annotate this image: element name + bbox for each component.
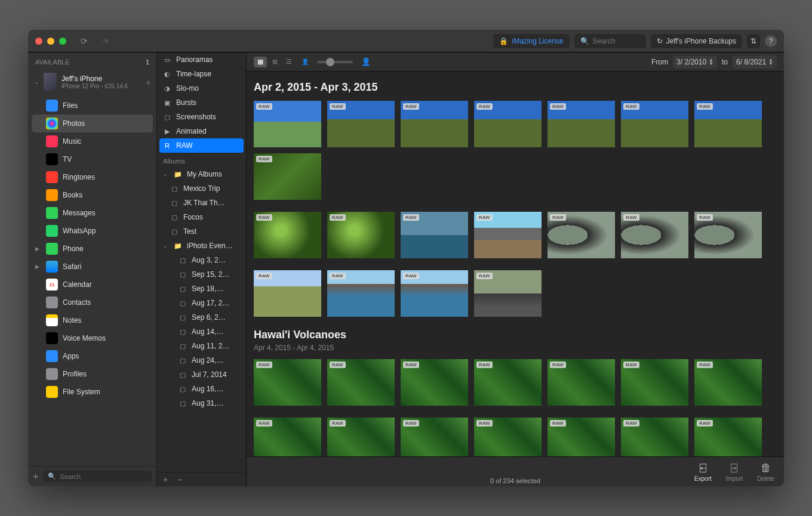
sidebar-item-whatsapp[interactable]: WhatsApp: [32, 222, 153, 240]
photo-thumb[interactable]: RAW: [694, 212, 762, 258]
photo-thumb[interactable]: RAW: [548, 418, 615, 456]
sidebar-item-photos[interactable]: Photos: [32, 115, 153, 132]
media-type-panoramas[interactable]: ▭Panoramas: [157, 52, 246, 67]
photo-thumb[interactable]: RAW: [694, 359, 762, 406]
photo-thumb[interactable]: RAW: [474, 359, 542, 406]
close-button[interactable]: [35, 38, 42, 45]
chevron-down-icon[interactable]: ⌄: [34, 79, 39, 85]
iphoto-events-folder[interactable]: ⌄📁iPhoto Even…: [157, 239, 246, 253]
sidebar-item-contacts[interactable]: Contacts: [32, 293, 153, 311]
remove-album-button[interactable]: −: [177, 475, 182, 484]
sidebar-item-safari[interactable]: ▶Safari: [32, 258, 153, 276]
media-type-animated[interactable]: ▶Animated: [157, 124, 246, 138]
sidebar-item-profiles[interactable]: Profiles: [32, 365, 153, 383]
media-type-bursts[interactable]: ▣Bursts: [157, 95, 246, 110]
event-item[interactable]: ▢Sep 6, 2…: [157, 310, 246, 325]
photo-thumb[interactable]: RAW: [621, 418, 688, 456]
photo-thumb[interactable]: RAW: [327, 418, 395, 456]
photo-thumb[interactable]: RAW: [327, 101, 395, 147]
sidebar-item-books[interactable]: Books: [32, 186, 153, 204]
photo-thumb[interactable]: RAW: [254, 212, 321, 258]
media-type-raw[interactable]: RRAW: [159, 138, 244, 153]
photo-thumb[interactable]: RAW: [401, 359, 468, 406]
license-button[interactable]: 🔒 iMazing License: [493, 34, 569, 48]
minimize-button[interactable]: [47, 38, 54, 45]
album-item[interactable]: ▢JK Thai Th…: [157, 196, 246, 210]
album-item[interactable]: ▢Focos: [157, 210, 246, 224]
sidebar-search-input[interactable]: [60, 473, 147, 480]
event-item[interactable]: ▢Jul 7, 2014: [157, 367, 246, 382]
backups-button[interactable]: ↻ Jeff's iPhone Backups: [651, 34, 742, 48]
stepper-icon[interactable]: ▲▼: [709, 58, 713, 66]
event-item[interactable]: ▢Aug 31,…: [157, 396, 246, 410]
my-albums-folder[interactable]: ⌄📁My Albums: [157, 167, 246, 181]
photo-thumb[interactable]: RAW: [548, 212, 615, 258]
event-item[interactable]: ▢Aug 16,…: [157, 382, 246, 396]
event-item[interactable]: ▢Sep 18,…: [157, 282, 246, 296]
grid-view-button[interactable]: ▦: [254, 57, 267, 67]
photo-thumb[interactable]: RAW: [327, 359, 395, 406]
sidebar-search[interactable]: 🔍: [43, 471, 152, 482]
photo-thumb[interactable]: RAW: [474, 212, 542, 258]
event-item[interactable]: ▢Aug 14,…: [157, 325, 246, 339]
add-button[interactable]: +: [33, 471, 38, 482]
search-field[interactable]: 🔍: [574, 34, 646, 48]
photo-thumb[interactable]: RAW: [474, 101, 542, 147]
event-item[interactable]: ▢Aug 11, 2…: [157, 339, 246, 353]
photo-thumb[interactable]: RAW: [254, 270, 321, 317]
stepper-icon[interactable]: ▲▼: [768, 58, 773, 66]
album-item[interactable]: ▢Mexico Trip: [157, 181, 246, 196]
sidebar-item-tv[interactable]: TV: [32, 150, 153, 168]
photo-thumb[interactable]: RAW: [548, 101, 615, 147]
media-type-time-lapse[interactable]: ◐Time-lapse: [157, 67, 246, 81]
to-date-field[interactable]: 6/ 8/2021 ▲▼: [733, 55, 777, 69]
sidebar-item-phone[interactable]: ▶Phone: [32, 240, 153, 258]
photo-thumb[interactable]: RAW: [254, 359, 321, 406]
photo-thumb[interactable]: RAW: [401, 101, 468, 147]
from-date-field[interactable]: 3/ 2/2010 ▲▼: [673, 55, 717, 69]
photo-thumb[interactable]: RAW: [694, 418, 762, 456]
media-type-screenshots[interactable]: ▢Screenshots: [157, 110, 246, 124]
list-view-button[interactable]: ☰: [282, 57, 296, 67]
photo-thumb[interactable]: RAW: [401, 270, 468, 317]
sidebar-item-file-system[interactable]: File System: [32, 383, 153, 401]
maximize-button[interactable]: [59, 38, 66, 45]
sidebar-item-apps[interactable]: Apps: [32, 347, 153, 365]
preview-icon[interactable]: 👁: [102, 36, 110, 46]
search-input[interactable]: [593, 37, 641, 45]
media-type-slo-mo[interactable]: ◑Slo-mo: [157, 81, 246, 95]
collection-view-button[interactable]: ⊞: [268, 57, 281, 67]
photo-thumb[interactable]: RAW: [254, 101, 321, 147]
help-button[interactable]: ?: [765, 35, 777, 47]
event-item[interactable]: ▢Aug 3, 2…: [157, 253, 246, 267]
photo-thumb[interactable]: RAW: [621, 212, 688, 258]
photo-thumb[interactable]: RAW: [254, 153, 321, 200]
photo-thumb[interactable]: RAW: [474, 270, 542, 317]
photo-thumb[interactable]: RAW: [694, 101, 762, 147]
event-item[interactable]: ▢Aug 17, 2…: [157, 296, 246, 310]
refresh-icon[interactable]: ⟳: [81, 36, 88, 46]
add-album-button[interactable]: +: [163, 475, 168, 484]
photo-thumb[interactable]: RAW: [327, 212, 395, 258]
photo-thumb[interactable]: RAW: [254, 418, 321, 456]
device-row[interactable]: ⌄ Jeff's iPhone iPhone 12 Pro - iOS 14.6…: [28, 69, 156, 94]
photo-thumb[interactable]: RAW: [474, 418, 542, 456]
photo-thumb[interactable]: RAW: [621, 101, 688, 147]
sidebar-item-messages[interactable]: Messages: [32, 204, 153, 222]
photo-thumb[interactable]: RAW: [548, 359, 615, 406]
photo-thumb[interactable]: RAW: [401, 212, 468, 258]
sidebar-item-voice-memos[interactable]: Voice Memos: [32, 329, 153, 347]
sidebar-item-music[interactable]: Music: [32, 132, 153, 150]
zoom-slider[interactable]: [317, 61, 353, 63]
sync-button[interactable]: ⇅: [747, 34, 760, 48]
photo-thumb[interactable]: RAW: [327, 270, 395, 317]
event-item[interactable]: ▢Aug 24,…: [157, 353, 246, 367]
photo-thumb[interactable]: RAW: [401, 418, 468, 456]
sidebar-item-notes[interactable]: Notes: [32, 311, 153, 329]
photo-thumb[interactable]: RAW: [621, 359, 688, 406]
zoom-thumb[interactable]: [326, 58, 334, 66]
album-item[interactable]: ▢Test: [157, 224, 246, 239]
event-item[interactable]: ▢Sep 15, 2…: [157, 267, 246, 282]
sidebar-item-files[interactable]: Files: [32, 97, 153, 115]
sidebar-item-ringtones[interactable]: Ringtones: [32, 168, 153, 186]
